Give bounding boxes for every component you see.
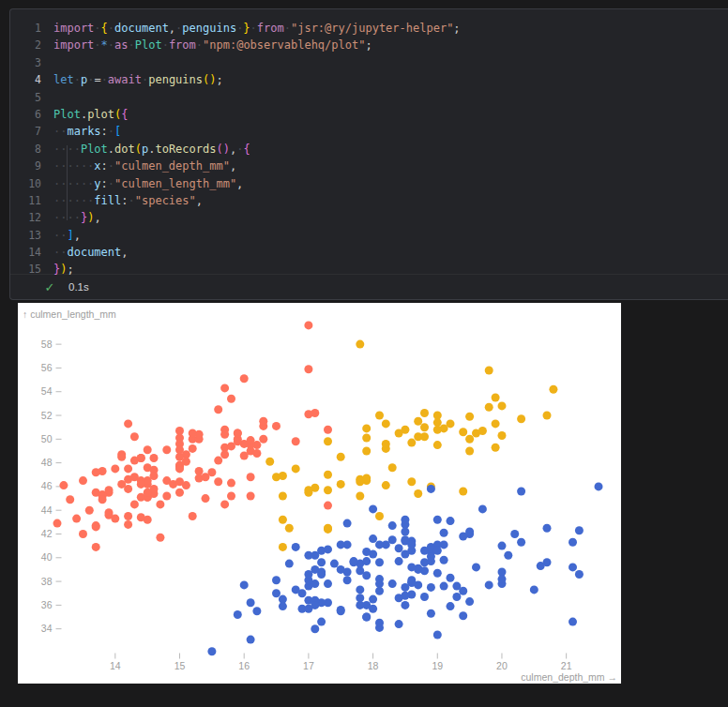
y-tick-label: 46 bbox=[41, 480, 53, 491]
data-point-chinstrap bbox=[543, 412, 552, 420]
data-point-chinstrap bbox=[356, 477, 364, 486]
data-point-adelie bbox=[440, 582, 448, 591]
data-point-chinstrap bbox=[324, 437, 332, 445]
data-point-gentoo bbox=[162, 445, 171, 454]
data-point-adelie bbox=[575, 526, 584, 534]
code-token-pun: = bbox=[94, 73, 100, 86]
data-point-adelie bbox=[407, 563, 416, 571]
data-point-chinstrap bbox=[292, 464, 300, 473]
data-point-chinstrap bbox=[356, 492, 364, 501]
code-line[interactable]: 9······x:·"culmen_depth_mm", bbox=[10, 158, 728, 174]
line-number: 14 bbox=[10, 244, 41, 261]
data-point-adelie bbox=[465, 528, 474, 536]
data-point-chinstrap bbox=[285, 524, 294, 533]
data-point-chinstrap bbox=[549, 385, 557, 394]
code-line-text: ····Plot.dot(p.toRecords(),·{ bbox=[53, 141, 250, 158]
data-point-gentoo bbox=[175, 477, 184, 486]
data-point-adelie bbox=[369, 504, 377, 513]
data-point-gentoo bbox=[92, 521, 100, 530]
code-line[interactable]: 1import·{·document,·penguins·}·from·"jsr… bbox=[10, 20, 728, 37]
code-line[interactable]: 13··], bbox=[10, 227, 728, 244]
data-point-adelie bbox=[543, 524, 552, 533]
data-point-adelie bbox=[337, 606, 345, 614]
data-point-gentoo bbox=[53, 519, 62, 528]
data-point-adelie bbox=[285, 560, 294, 568]
code-token-ws: · bbox=[108, 125, 114, 138]
data-point-adelie bbox=[395, 620, 403, 628]
data-point-chinstrap bbox=[324, 486, 332, 494]
line-number: 1 bbox=[10, 20, 41, 37]
data-point-adelie bbox=[401, 583, 409, 592]
line-number: 3 bbox=[10, 54, 41, 71]
code-token-ws: ······ bbox=[53, 194, 94, 207]
data-point-gentoo bbox=[220, 384, 229, 392]
data-point-gentoo bbox=[124, 520, 132, 529]
code-token-str: "npm:@observablehq/plot" bbox=[203, 38, 365, 52]
line-number: 8 bbox=[10, 141, 41, 158]
x-tick-label: 14 bbox=[110, 660, 121, 671]
code-token-ws: · bbox=[284, 22, 291, 35]
code-token-bp: { bbox=[243, 143, 250, 156]
data-point-adelie bbox=[324, 579, 332, 588]
code-token-ws: · bbox=[101, 73, 108, 86]
data-point-gentoo bbox=[272, 422, 281, 430]
code-token-fn: dot bbox=[114, 143, 135, 156]
data-point-chinstrap bbox=[492, 419, 500, 428]
code-token-pun: : bbox=[121, 194, 128, 207]
data-point-adelie bbox=[401, 535, 409, 544]
code-line[interactable]: 4let·p·=·await·penguins(); bbox=[10, 71, 728, 88]
code-token-bb: [ bbox=[114, 125, 121, 138]
data-point-gentoo bbox=[162, 492, 171, 501]
code-token-var: penguins bbox=[182, 22, 236, 35]
code-line[interactable]: 8····Plot.dot(p.toRecords(),·{ bbox=[10, 141, 728, 158]
code-token-pun: , bbox=[169, 22, 175, 35]
data-point-chinstrap bbox=[492, 444, 500, 452]
plot-output: 34363840424446485052545658↑ culmen_lengt… bbox=[18, 303, 621, 684]
data-point-gentoo bbox=[324, 502, 332, 510]
code-token-kw: from bbox=[169, 38, 196, 52]
code-line[interactable]: 14··document, bbox=[10, 244, 728, 261]
data-point-gentoo bbox=[59, 481, 68, 489]
data-point-adelie bbox=[427, 485, 435, 493]
code-token-pun: , bbox=[121, 246, 128, 259]
data-point-gentoo bbox=[130, 473, 139, 481]
x-tick-label: 19 bbox=[432, 660, 443, 671]
code-line-text: import·*·as·Plot·from·"npm:@observablehq… bbox=[53, 37, 372, 53]
code-line[interactable]: 12····}), bbox=[10, 209, 728, 226]
data-point-adelie bbox=[330, 560, 339, 568]
data-point-adelie bbox=[375, 619, 384, 627]
code-line[interactable]: 6Plot.plot({ bbox=[10, 106, 728, 123]
data-point-adelie bbox=[530, 585, 538, 594]
code-token-ws: ·· bbox=[53, 246, 67, 259]
code-line[interactable]: 7··marks:·[ bbox=[10, 123, 728, 140]
code-token-var: document bbox=[67, 246, 121, 259]
data-point-chinstrap bbox=[362, 447, 371, 456]
code-token-kw: import bbox=[53, 38, 94, 52]
code-line[interactable]: 10······y:·"culmen_length_mm", bbox=[10, 175, 728, 192]
data-point-gentoo bbox=[189, 444, 197, 453]
code-line[interactable]: 5 bbox=[10, 89, 728, 106]
data-point-chinstrap bbox=[337, 480, 345, 489]
data-point-adelie bbox=[395, 544, 403, 552]
data-point-chinstrap bbox=[465, 413, 474, 421]
data-point-adelie bbox=[510, 530, 519, 538]
code-line[interactable]: 11······fill:·"species", bbox=[10, 192, 728, 209]
code-line-text: ··], bbox=[53, 227, 81, 244]
data-point-adelie bbox=[478, 504, 487, 513]
data-point-adelie bbox=[234, 610, 242, 619]
data-point-adelie bbox=[452, 593, 461, 601]
line-number: 6 bbox=[10, 106, 41, 123]
y-tick-label: 34 bbox=[41, 623, 53, 634]
code-token-var: marks bbox=[67, 125, 100, 138]
code-editor[interactable]: 1import·{·document,·penguins·}·from·"jsr… bbox=[10, 20, 728, 278]
data-point-adelie bbox=[369, 534, 377, 543]
code-line[interactable]: 3 bbox=[10, 54, 728, 71]
data-point-chinstrap bbox=[324, 471, 332, 479]
code-line[interactable]: 2import·*·as·Plot·from·"npm:@observableh… bbox=[10, 37, 728, 53]
line-number: 5 bbox=[10, 89, 41, 106]
code-line-text: Plot.plot({ bbox=[53, 106, 129, 123]
data-point-adelie bbox=[485, 580, 493, 589]
data-point-gentoo bbox=[137, 480, 145, 489]
data-point-adelie bbox=[362, 613, 371, 622]
data-point-gentoo bbox=[175, 489, 184, 497]
